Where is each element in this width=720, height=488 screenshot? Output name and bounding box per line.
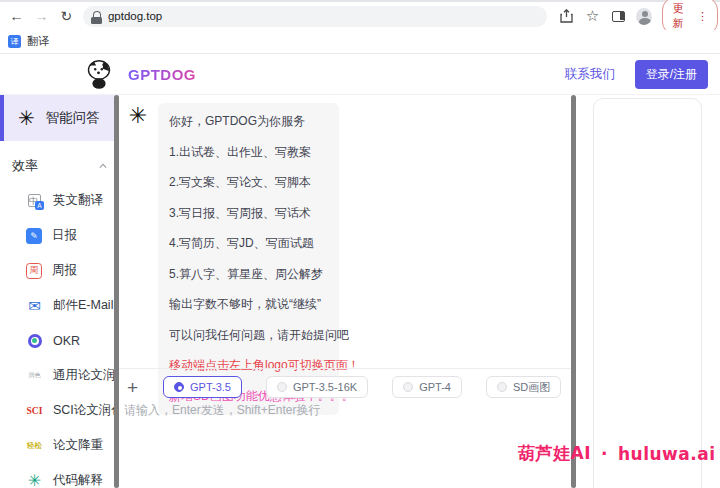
composer-divider	[119, 368, 571, 369]
message-line: 1.出试卷、出作业、写教案	[169, 144, 328, 161]
radio-icon	[403, 382, 413, 392]
message-line: 5.算八字、算星座、周公解梦	[169, 266, 328, 283]
chat-scrollbar[interactable]	[571, 95, 576, 488]
update-label: 更新	[672, 1, 692, 31]
site-header: GPTDOG 联系我们 登录/注册	[0, 54, 720, 95]
sidebar-section-efficiency[interactable]: 效率	[0, 149, 119, 183]
openai-logo-icon: ✳	[18, 108, 35, 128]
side-panel-icon[interactable]	[611, 8, 627, 25]
brand-title: GPTDOG	[128, 66, 196, 83]
radio-icon	[497, 382, 507, 392]
email-icon: ✉	[26, 297, 43, 314]
sidebar-item-email[interactable]: ✉ 邮件E-Mail	[0, 288, 119, 323]
screen: ← → ↻ gptdog.top ☆ 更新 ⋮ 译 翻译	[0, 0, 720, 488]
sidebar-item-english-translate[interactable]: 中A 英文翻译	[0, 183, 119, 218]
sidebar-item-okr[interactable]: OKR	[0, 323, 119, 358]
translate-favicon: 译	[8, 35, 21, 48]
message-line: 4.写简历、写JD、写面试题	[169, 235, 328, 252]
radio-selected-icon	[174, 382, 184, 392]
watermark-separator: ·	[601, 444, 608, 464]
login-register-button[interactable]: 登录/注册	[635, 60, 708, 89]
watermark-domain: huluwa.ai	[618, 444, 716, 464]
message-line: 你好，GPTDOG为你服务	[169, 113, 328, 130]
okr-target-icon	[26, 332, 43, 349]
chat-input[interactable]	[124, 402, 564, 482]
contact-us-link[interactable]: 联系我们	[565, 66, 615, 83]
assistant-openai-avatar: ✳	[125, 103, 151, 129]
message-line: 3.写日报、写周报、写话术	[169, 205, 328, 222]
bookmark-translate[interactable]: 翻译	[27, 34, 49, 49]
daily-report-icon: ✎	[26, 228, 42, 244]
chat-area: ✳ 你好，GPTDOG为你服务 1.出试卷、出作业、写教案 2.写文案、写论文、…	[119, 95, 578, 488]
radio-icon	[277, 382, 287, 392]
forward-icon: →	[29, 8, 54, 24]
url-text[interactable]: gptdog.top	[108, 10, 162, 22]
bookmarks-bar: 译 翻译	[0, 30, 720, 54]
sidebar-item-smart-qa[interactable]: ✳ 智能问答	[0, 95, 119, 141]
content: ✳ 智能问答 效率 中A 英文翻译 ✎ 日报 周 周报	[0, 95, 720, 488]
sidebar-item-paper-dedup[interactable]: 轻松 论文降重	[0, 428, 119, 463]
message-line: 2.写文案、写论文、写脚本	[169, 174, 328, 191]
lock-icon	[93, 11, 101, 17]
right-panel	[593, 98, 702, 488]
model-option-gpt4[interactable]: GPT-4	[392, 376, 462, 398]
gptdog-logo[interactable]	[85, 59, 113, 89]
watermark: 葫芦娃AI · huluwa.ai	[518, 442, 716, 465]
model-option-gpt35[interactable]: GPT-3.5	[163, 376, 242, 398]
weekly-report-icon: 周	[26, 263, 42, 279]
browser-toolbar: ← → ↻ gptdog.top ☆ 更新 ⋮	[0, 0, 720, 30]
share-icon[interactable]	[559, 8, 575, 25]
sidebar: ✳ 智能问答 效率 中A 英文翻译 ✎ 日报 周 周报	[0, 95, 119, 488]
paper-polish-icon: 润色	[26, 367, 43, 384]
reload-icon[interactable]: ↻	[54, 8, 79, 24]
paper-dedup-icon: 轻松	[26, 437, 43, 454]
sidebar-item-daily-report[interactable]: ✎ 日报	[0, 218, 119, 253]
message-line-alert: 移动端点击左上角logo可切换页面！	[169, 357, 328, 374]
sidebar-item-paper-polish[interactable]: 润色 通用论文润色	[0, 358, 119, 393]
model-option-sd-draw[interactable]: SD画图	[486, 376, 561, 398]
model-selector-row: + GPT-3.5 GPT-3.5-16K GPT-4 SD画图	[127, 376, 561, 398]
model-option-gpt35-16k[interactable]: GPT-3.5-16K	[266, 376, 368, 398]
profile-avatar[interactable]	[636, 8, 652, 25]
sidebar-item-weekly-report[interactable]: 周 周报	[0, 253, 119, 288]
message-line: 输出字数不够时，就说“继续”	[169, 296, 328, 313]
menu-dots-icon[interactable]: ⋮	[697, 10, 708, 23]
sidebar-item-code-explain[interactable]: ✳ 代码解释	[0, 463, 119, 488]
watermark-brand: 葫芦娃AI	[518, 442, 591, 465]
translate-icon: 中A	[26, 192, 43, 209]
sci-icon: SCI	[26, 402, 43, 419]
bookmark-star-icon[interactable]: ☆	[585, 8, 601, 25]
chevron-up-icon	[99, 162, 107, 170]
sidebar-item-sci-polish[interactable]: SCI SCI论文润色	[0, 393, 119, 428]
message-line: 可以问我任何问题，请开始提问吧	[169, 327, 328, 344]
back-icon[interactable]: ←	[4, 8, 29, 24]
plus-icon[interactable]: +	[127, 378, 149, 397]
code-explain-openai-icon: ✳	[26, 472, 43, 488]
address-bar[interactable]: gptdog.top	[83, 6, 547, 27]
